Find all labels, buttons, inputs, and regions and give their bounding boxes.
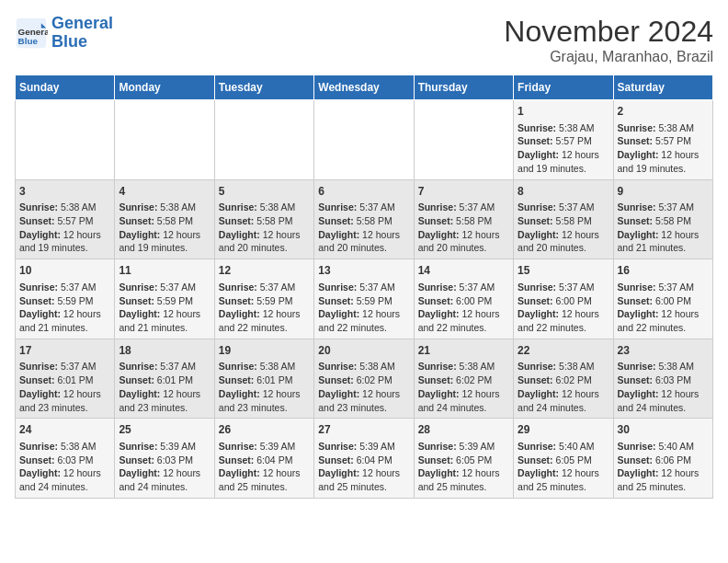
day-info-line: Sunrise: 5:37 AM (618, 281, 709, 294)
day-info-line: Daylight: 12 hours and 23 minutes. (318, 387, 409, 414)
day-info-line: Daylight: 12 hours and 23 minutes. (19, 387, 110, 414)
day-number: 4 (119, 184, 210, 200)
calendar-cell: 27Sunrise: 5:39 AMSunset: 6:04 PMDayligh… (314, 419, 414, 499)
day-info-line: Daylight: 12 hours and 23 minutes. (119, 387, 210, 414)
day-info-line: Sunrise: 5:38 AM (119, 201, 210, 214)
day-number: 23 (618, 343, 709, 359)
day-info-line: Sunset: 6:05 PM (518, 454, 609, 467)
day-info-line: Sunrise: 5:37 AM (19, 281, 110, 294)
calendar-cell: 21Sunrise: 5:38 AMSunset: 6:02 PMDayligh… (414, 339, 513, 419)
day-number: 6 (318, 184, 409, 200)
calendar-cell (214, 100, 313, 180)
day-info-line: Daylight: 12 hours and 22 minutes. (618, 307, 709, 334)
day-info-line: Sunset: 6:02 PM (318, 373, 409, 387)
day-info-line: Sunset: 6:05 PM (418, 454, 509, 467)
calendar-cell: 7Sunrise: 5:37 AMSunset: 5:58 PMDaylight… (414, 179, 513, 259)
day-info-line: Daylight: 12 hours and 21 minutes. (618, 228, 709, 255)
logo-text: GeneralBlue (51, 15, 113, 52)
logo: General Blue GeneralBlue (15, 15, 113, 52)
calendar-cell: 11Sunrise: 5:37 AMSunset: 5:59 PMDayligh… (115, 259, 214, 339)
day-info-line: Sunrise: 5:38 AM (19, 201, 110, 214)
day-info-line: Sunset: 6:02 PM (418, 373, 509, 387)
day-number: 22 (518, 343, 609, 359)
day-info-line: Sunrise: 5:38 AM (19, 440, 110, 454)
weekday-header-wednesday: Wednesday (314, 75, 414, 100)
calendar-cell (115, 100, 214, 180)
day-info-line: Daylight: 12 hours and 22 minutes. (418, 307, 509, 334)
calendar-cell: 4Sunrise: 5:38 AMSunset: 5:58 PMDaylight… (115, 179, 214, 259)
calendar-cell: 10Sunrise: 5:37 AMSunset: 5:59 PMDayligh… (16, 259, 115, 339)
day-number: 25 (119, 422, 210, 438)
day-info-line: Sunrise: 5:39 AM (418, 440, 509, 454)
week-row-3: 10Sunrise: 5:37 AMSunset: 5:59 PMDayligh… (16, 259, 713, 339)
calendar-cell: 3Sunrise: 5:38 AMSunset: 5:57 PMDaylight… (16, 179, 115, 259)
day-info-line: Daylight: 12 hours and 21 minutes. (19, 307, 110, 334)
day-info-line: Sunset: 5:57 PM (618, 134, 709, 148)
calendar-cell: 16Sunrise: 5:37 AMSunset: 6:00 PMDayligh… (613, 259, 712, 339)
day-info-line: Daylight: 12 hours and 20 minutes. (418, 228, 509, 255)
day-info-line: Sunset: 6:03 PM (119, 454, 210, 467)
day-info-line: Sunrise: 5:37 AM (518, 201, 609, 214)
calendar-cell: 20Sunrise: 5:38 AMSunset: 6:02 PMDayligh… (314, 339, 414, 419)
day-number: 8 (518, 184, 609, 200)
day-info-line: Sunrise: 5:40 AM (618, 440, 709, 454)
day-info-line: Daylight: 12 hours and 20 minutes. (318, 228, 409, 255)
calendar-cell: 18Sunrise: 5:37 AMSunset: 6:01 PMDayligh… (115, 339, 214, 419)
weekday-header-thursday: Thursday (414, 75, 513, 100)
day-info-line: Sunset: 6:00 PM (418, 294, 509, 308)
calendar-cell: 1Sunrise: 5:38 AMSunset: 5:57 PMDaylight… (514, 100, 613, 180)
day-number: 13 (318, 263, 409, 279)
calendar-table: SundayMondayTuesdayWednesdayThursdayFrid… (15, 75, 713, 499)
weekday-header-tuesday: Tuesday (214, 75, 313, 100)
day-info-line: Sunset: 5:58 PM (219, 214, 310, 228)
calendar-cell: 8Sunrise: 5:37 AMSunset: 5:58 PMDaylight… (514, 179, 613, 259)
weekday-header-friday: Friday (514, 75, 613, 100)
day-number: 11 (119, 263, 210, 279)
title-block: November 2024 Grajau, Maranhao, Brazil (504, 15, 713, 65)
day-info-line: Sunset: 6:04 PM (318, 454, 409, 467)
day-number: 9 (618, 184, 709, 200)
day-number: 29 (518, 422, 609, 438)
day-info-line: Sunset: 6:01 PM (19, 373, 110, 387)
day-number: 24 (19, 422, 110, 438)
day-info-line: Sunrise: 5:39 AM (119, 440, 210, 454)
day-info-line: Daylight: 12 hours and 24 minutes. (418, 387, 509, 414)
day-info-line: Sunrise: 5:38 AM (518, 121, 609, 135)
day-info-line: Sunrise: 5:37 AM (418, 281, 509, 294)
day-number: 17 (19, 343, 110, 359)
day-number: 14 (418, 263, 509, 279)
day-info-line: Daylight: 12 hours and 21 minutes. (119, 307, 210, 334)
day-info-line: Sunrise: 5:38 AM (219, 201, 310, 214)
day-info-line: Daylight: 12 hours and 25 minutes. (318, 466, 409, 493)
weekday-header-row: SundayMondayTuesdayWednesdayThursdayFrid… (16, 75, 713, 100)
day-number: 21 (418, 343, 509, 359)
day-info-line: Daylight: 12 hours and 25 minutes. (618, 466, 709, 493)
day-info-line: Sunset: 5:58 PM (119, 214, 210, 228)
calendar-cell: 9Sunrise: 5:37 AMSunset: 5:58 PMDaylight… (613, 179, 712, 259)
day-number: 18 (119, 343, 210, 359)
day-info-line: Sunset: 5:58 PM (518, 214, 609, 228)
calendar-cell: 15Sunrise: 5:37 AMSunset: 6:00 PMDayligh… (514, 259, 613, 339)
day-info-line: Sunrise: 5:38 AM (618, 360, 709, 373)
day-info-line: Daylight: 12 hours and 19 minutes. (19, 228, 110, 255)
page-header: General Blue GeneralBlue November 2024 G… (15, 15, 713, 65)
calendar-cell: 6Sunrise: 5:37 AMSunset: 5:58 PMDaylight… (314, 179, 414, 259)
day-info-line: Sunrise: 5:37 AM (418, 201, 509, 214)
day-info-line: Sunrise: 5:37 AM (618, 201, 709, 214)
day-info-line: Sunset: 5:59 PM (19, 294, 110, 308)
week-row-2: 3Sunrise: 5:38 AMSunset: 5:57 PMDaylight… (16, 179, 713, 259)
day-info-line: Sunrise: 5:38 AM (318, 360, 409, 373)
day-info-line: Sunrise: 5:38 AM (618, 121, 709, 135)
calendar-cell: 13Sunrise: 5:37 AMSunset: 5:59 PMDayligh… (314, 259, 414, 339)
day-number: 28 (418, 422, 509, 438)
week-row-5: 24Sunrise: 5:38 AMSunset: 6:03 PMDayligh… (16, 419, 713, 499)
calendar-cell: 28Sunrise: 5:39 AMSunset: 6:05 PMDayligh… (414, 419, 513, 499)
week-row-4: 17Sunrise: 5:37 AMSunset: 6:01 PMDayligh… (16, 339, 713, 419)
day-number: 20 (318, 343, 409, 359)
day-info-line: Daylight: 12 hours and 24 minutes. (518, 387, 609, 414)
calendar-cell: 30Sunrise: 5:40 AMSunset: 6:06 PMDayligh… (613, 419, 712, 499)
day-info-line: Daylight: 12 hours and 19 minutes. (119, 228, 210, 255)
day-number: 7 (418, 184, 509, 200)
day-number: 30 (618, 422, 709, 438)
day-number: 19 (219, 343, 310, 359)
